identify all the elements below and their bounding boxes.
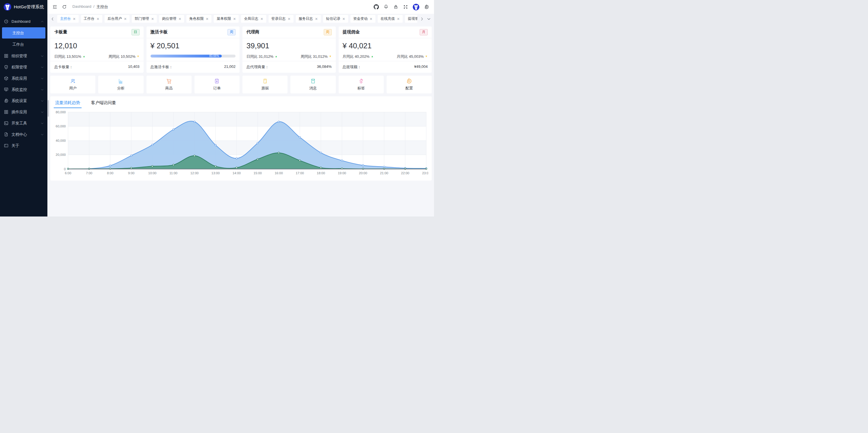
sidebar-item-monitor[interactable]: 系统监控	[0, 84, 48, 95]
tabs-scroll-right-icon[interactable]	[420, 17, 424, 21]
tab-chip[interactable]: 工作台 ✕	[81, 15, 102, 23]
sidebar-item-plugin[interactable]: 插件应用	[0, 106, 48, 118]
tab-chip[interactable]: 菜单权限 ✕	[214, 15, 239, 23]
tab-close-icon[interactable]: ✕	[206, 17, 209, 21]
tabs-menu-chevron-down-icon[interactable]	[427, 17, 431, 21]
svg-text:20,000: 20,000	[56, 153, 66, 156]
tab-close-icon[interactable]: ✕	[151, 17, 154, 21]
sidebar-item-dashboard[interactable]: Dashboard	[0, 16, 48, 27]
breadcrumb-current: 主控台	[96, 4, 108, 9]
lock-icon[interactable]	[393, 4, 398, 9]
tab-chip[interactable]: 全局日志 ✕	[241, 15, 266, 23]
sidebar-sub-item[interactable]: 主控台	[2, 27, 45, 38]
chart-tab[interactable]: 客户端访问量	[91, 100, 116, 108]
tab-chip[interactable]: 服务日志 ✕	[296, 15, 321, 23]
tab-chip[interactable]: 后台用户 ✕	[104, 15, 129, 23]
settings-gear-icon[interactable]	[424, 4, 429, 9]
tab-chip[interactable]: 在线充值 ✕	[378, 15, 403, 23]
avatar[interactable]	[413, 4, 420, 10]
svg-text:12:00: 12:00	[190, 171, 199, 175]
shortcut-invoice[interactable]: 票据	[242, 76, 287, 93]
compare-label: 月同比 45,003%	[397, 54, 424, 59]
breadcrumb-root[interactable]: Dashboard	[72, 4, 91, 9]
tab-close-icon[interactable]: ✕	[315, 17, 318, 21]
sidebar-item-label: 系统应用	[11, 76, 27, 81]
bell-icon[interactable]	[383, 4, 389, 9]
shortcut-label: 商品	[165, 86, 173, 91]
shortcut-cart[interactable]: 商品	[147, 76, 192, 93]
tab-close-icon[interactable]: ✕	[73, 17, 76, 21]
sidebar-item-gear[interactable]: 系统设置	[0, 95, 48, 106]
tab-close-icon[interactable]: ✕	[124, 17, 127, 21]
svg-text:9:00: 9:00	[128, 171, 134, 175]
period-badge[interactable]: 月	[420, 29, 428, 35]
page-content: 卡板量 日 12,010 日同比 13,501% ▲周同比 10,502% ▼ …	[48, 24, 434, 216]
refresh-button[interactable]	[62, 4, 67, 9]
scrollbar-thumb[interactable]	[48, 100, 49, 117]
compare-row: 日同比 31,012% ▲周同比 31,012% ▼	[246, 54, 332, 59]
tab-close-icon[interactable]: ✕	[288, 17, 291, 21]
tab-chip[interactable]: 资金变动 ✕	[350, 15, 375, 23]
fullscreen-icon[interactable]	[403, 4, 408, 9]
koala-logo-icon	[413, 4, 420, 10]
github-icon	[374, 4, 379, 9]
tab-close-icon[interactable]: ✕	[397, 17, 400, 21]
app-title: HotGo管理系统	[14, 4, 44, 10]
sidebar-item-label: 关于	[11, 143, 19, 148]
sidebar-item-label: 系统设置	[11, 98, 27, 104]
shortcut-label: 订单	[213, 86, 221, 91]
shortcut-bars[interactable]: 分析	[98, 76, 143, 93]
shortcut-order[interactable]: 订单	[194, 76, 240, 93]
shortcut-users[interactable]: 用户	[50, 76, 95, 93]
svg-text:7:00: 7:00	[86, 171, 92, 175]
shortcut-label: 分析	[117, 86, 125, 91]
sidebar-item-terminal[interactable]: 开发工具	[0, 118, 48, 129]
shortcut-message[interactable]: 消息	[290, 76, 336, 93]
period-badge[interactable]: 周	[324, 29, 332, 35]
sidebar-item-doc[interactable]: 文档中心	[0, 129, 48, 140]
cart-icon	[166, 78, 172, 84]
tab-label: 登录日志	[272, 17, 286, 21]
sidebar-item-cube[interactable]: 系统应用	[0, 73, 48, 84]
github-icon[interactable]	[374, 4, 379, 9]
tab-chip[interactable]: 角色权限 ✕	[186, 15, 211, 23]
tab-chip[interactable]: 登录日志 ✕	[269, 15, 293, 23]
shortcut-config[interactable]: 配置	[386, 76, 432, 93]
tab-chip[interactable]: 岗位管理 ✕	[159, 15, 184, 23]
main-column: Dashboard / 主控台 主控台 ✕工作台 ✕后台用户	[48, 0, 434, 216]
topbar-right-cluster	[374, 4, 429, 10]
trend-up-icon: ▲	[371, 55, 373, 58]
logo-row[interactable]: HotGo管理系统	[0, 0, 48, 14]
menufold-icon	[52, 4, 57, 9]
tab-close-icon[interactable]: ✕	[260, 17, 263, 21]
tabs-scroll-left-icon[interactable]	[50, 17, 55, 21]
stat-footer-value: 10,403	[128, 64, 140, 69]
sidebar-sub-item[interactable]: 工作台	[2, 39, 45, 50]
tab-close-icon[interactable]: ✕	[178, 17, 181, 21]
tab-chip[interactable]: 主控台 ✕	[57, 15, 79, 23]
svg-text:80,000: 80,000	[56, 110, 66, 114]
sidebar-item-org[interactable]: 组织管理	[0, 50, 48, 61]
collapse-sidebar-button[interactable]	[52, 4, 57, 9]
tab-close-icon[interactable]: ✕	[342, 17, 345, 21]
trend-up-icon: ▲	[83, 55, 85, 58]
tab-chip[interactable]: 提现管理 ✕	[405, 15, 417, 23]
period-badge[interactable]: 日	[131, 29, 140, 35]
sidebar-item-shield[interactable]: 权限管理	[0, 61, 48, 73]
period-badge[interactable]: 周	[227, 29, 236, 35]
svg-text:60,000: 60,000	[56, 124, 66, 128]
svg-text:17:00: 17:00	[296, 171, 304, 175]
sidebar-item-about[interactable]: 关于	[0, 140, 48, 151]
chart-tab[interactable]: 流量消耗趋势	[55, 100, 80, 108]
tab-chip[interactable]: 部门管理 ✕	[132, 15, 157, 23]
tab-close-icon[interactable]: ✕	[370, 17, 373, 21]
sidebar-item-label: 组织管理	[11, 54, 27, 59]
sidebar-item-label: 权限管理	[11, 65, 27, 70]
tab-chip[interactable]: 短信记录 ✕	[323, 15, 348, 23]
doc-icon	[4, 132, 9, 137]
tab-close-icon[interactable]: ✕	[233, 17, 236, 21]
tab-close-icon[interactable]: ✕	[96, 17, 99, 21]
shortcut-label: 标签	[357, 86, 365, 91]
stat-card-title: 卡板量	[54, 29, 67, 35]
shortcut-tag[interactable]: 标签	[339, 76, 384, 93]
